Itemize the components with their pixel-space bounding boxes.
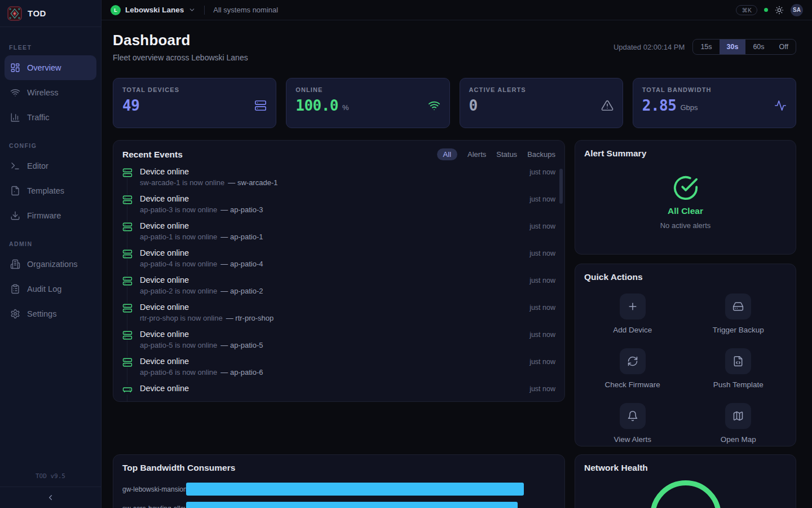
sidebar-collapse-button[interactable] <box>0 487 101 508</box>
server-icon <box>254 99 267 112</box>
event-detail: rtr-pro-shop is now online— rtr-pro-shop <box>140 314 522 322</box>
nav-section-config: CONFIG <box>9 142 92 149</box>
alert-triangle-icon <box>601 99 614 112</box>
system-status-text: All systems nominal <box>213 6 278 14</box>
building-icon <box>10 259 20 269</box>
sidebar-item-organizations[interactable]: Organizations <box>5 252 96 277</box>
event-row: Device onlineap-patio-3 is now online— a… <box>122 194 555 221</box>
quick-action-label: Check Firmware <box>605 380 660 389</box>
event-device-name: — rtr-pro-shop <box>226 314 274 322</box>
sidebar-item-traffic[interactable]: Traffic <box>5 105 96 130</box>
quick-action-label: Open Map <box>721 435 756 444</box>
event-device-name: — sw-arcade-1 <box>228 178 277 187</box>
stat-label: TOTAL BANDWIDTH <box>642 86 787 93</box>
event-device-name: — ap-patio-4 <box>220 260 263 268</box>
activity-icon <box>774 99 787 112</box>
check-firmware-button[interactable]: Check Firmware <box>584 348 681 389</box>
connection-status-dot <box>764 8 768 12</box>
theme-toggle-button[interactable] <box>775 6 784 15</box>
bandwidth-row: sw-core-bowling-alley <box>122 502 555 508</box>
interval-off-button[interactable]: Off <box>772 40 796 54</box>
user-avatar[interactable]: SA <box>791 4 803 16</box>
stat-value: 2.85 <box>642 97 677 114</box>
sidebar-item-label: Editor <box>27 161 48 170</box>
events-scrollbar[interactable] <box>559 169 563 204</box>
alert-summary-title: Alert Summary <box>584 148 787 159</box>
interval-15s-button[interactable]: 15s <box>693 40 719 54</box>
org-switcher[interactable]: L Lebowski Lanes <box>111 5 196 15</box>
sidebar-item-label: Templates <box>27 186 64 195</box>
quick-actions-panel: Quick Actions Add Device Trigger Backup <box>575 264 796 446</box>
open-map-button[interactable]: Open Map <box>690 403 787 444</box>
event-detail: ap-patio-3 is now online— ap-patio-3 <box>140 205 522 214</box>
event-detail: ap-patio-6 is now online— ap-patio-6 <box>140 368 522 376</box>
event-row: Device onlineap-patio-5 is now online— a… <box>122 330 555 357</box>
bell-icon <box>627 410 638 422</box>
server-icon <box>122 276 133 286</box>
quick-action-label: Add Device <box>613 326 652 334</box>
bandwidth-bar <box>186 483 524 496</box>
event-detail: sw-arcade-1 is now online— sw-arcade-1 <box>140 178 522 187</box>
bar-chart-icon <box>10 112 20 122</box>
server-icon <box>122 195 133 205</box>
sidebar-item-audit-log[interactable]: Audit Log <box>5 277 96 301</box>
push-template-button[interactable]: Push Template <box>690 348 787 389</box>
sidebar-item-settings[interactable]: Settings <box>5 301 96 326</box>
event-title: Device online <box>140 221 522 230</box>
view-alerts-button[interactable]: View Alerts <box>584 403 681 444</box>
stat-label: ACTIVE ALERTS <box>469 86 614 93</box>
tab-all[interactable]: All <box>437 148 457 160</box>
tab-alerts[interactable]: Alerts <box>467 150 486 159</box>
stat-card-total-devices: TOTAL DEVICES 49 <box>113 78 276 128</box>
event-title: Device online <box>140 167 522 176</box>
event-device-name: — ap-patio-2 <box>220 287 263 295</box>
dashboard-icon <box>10 63 20 73</box>
radio-receiver-icon <box>122 384 133 395</box>
event-time: just now <box>529 195 555 203</box>
sun-icon <box>775 6 784 15</box>
bandwidth-device-label: gw-lebowski-mansion <box>122 485 186 493</box>
event-time: just now <box>529 304 555 312</box>
plus-icon <box>627 301 638 312</box>
last-updated-text: Updated 02:00:14 PM <box>614 43 685 51</box>
server-icon <box>122 168 133 178</box>
page-head: Dashboard Fleet overview across Lebowski… <box>113 32 796 62</box>
sidebar-item-overview[interactable]: Overview <box>5 55 96 80</box>
sidebar-item-label: Settings <box>27 309 56 318</box>
sidebar-item-editor[interactable]: Editor <box>5 154 96 178</box>
sidebar-item-label: Traffic <box>27 113 49 122</box>
server-icon <box>122 357 133 367</box>
refresh-icon <box>627 356 638 367</box>
event-detail <box>140 395 522 402</box>
dashboard-content: Dashboard Fleet overview across Lebowski… <box>102 20 812 508</box>
chevron-down-icon <box>188 6 196 14</box>
sidebar-item-templates[interactable]: Templates <box>5 178 96 203</box>
sidebar-item-label: Firmware <box>27 211 61 220</box>
sidebar-footer: TOD v9.5 <box>0 467 101 508</box>
nav-section-admin: ADMIN <box>9 240 92 247</box>
event-title: Device online <box>140 357 522 366</box>
add-device-button[interactable]: Add Device <box>584 294 681 334</box>
app-name: TOD <box>28 8 46 18</box>
clipboard-icon <box>10 284 20 294</box>
map-icon <box>732 410 744 422</box>
file-code-icon <box>732 356 744 367</box>
event-title: Device online <box>140 330 522 339</box>
quick-actions-title: Quick Actions <box>584 272 787 282</box>
stat-card-online: ONLINE 100.0 % <box>286 78 449 128</box>
trigger-backup-button[interactable]: Trigger Backup <box>690 294 787 334</box>
tab-status[interactable]: Status <box>496 150 517 159</box>
sidebar-item-wireless[interactable]: Wireless <box>5 80 96 105</box>
main-area: L Lebowski Lanes All systems nominal ⌘K … <box>102 0 812 508</box>
event-title: Device online <box>140 303 522 312</box>
event-time: just now <box>529 168 555 176</box>
tab-backups[interactable]: Backups <box>527 150 555 159</box>
command-palette-button[interactable]: ⌘K <box>736 5 757 15</box>
interval-60s-button[interactable]: 60s <box>745 40 771 54</box>
sidebar-item-firmware[interactable]: Firmware <box>5 203 96 228</box>
stat-card-active-alerts: ACTIVE ALERTS 0 <box>460 78 623 128</box>
event-row: Device onlineap-patio-1 is now online— a… <box>122 221 555 248</box>
alert-detail-text: No active alerts <box>660 221 711 230</box>
app-logo-icon <box>7 6 22 21</box>
interval-30s-button[interactable]: 30s <box>720 40 746 54</box>
